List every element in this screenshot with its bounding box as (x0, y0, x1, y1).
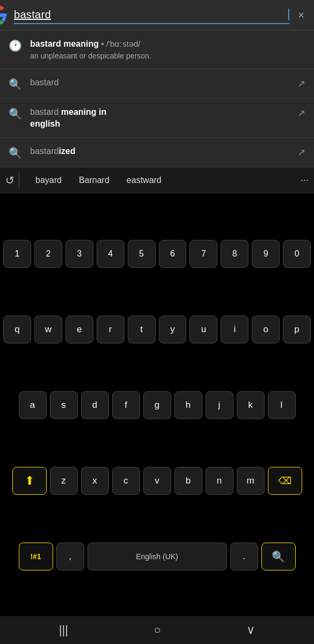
key-d[interactable]: d (81, 391, 109, 419)
key-s[interactable]: s (50, 391, 78, 419)
key-f[interactable]: f (112, 391, 140, 419)
key-p[interactable]: p (283, 316, 311, 343)
key-c[interactable]: c (112, 467, 140, 495)
key-a[interactable]: a (19, 391, 47, 419)
key-n[interactable]: n (206, 467, 233, 495)
key-u[interactable]: u (189, 316, 217, 343)
google-g-logo (0, 5, 8, 25)
search-bar: bastard × (0, 0, 314, 31)
key-o[interactable]: o (252, 316, 280, 343)
suggestion-content-bastardized: bastardized (30, 145, 289, 157)
key-2[interactable]: 2 (34, 240, 62, 268)
bottom-row: !#1 , English (UK) . 🔍 (3, 543, 311, 570)
key-r[interactable]: r (97, 316, 125, 343)
suggestion-bold-ized: ized (59, 147, 75, 156)
search-icon-3: 🔍 (9, 147, 21, 159)
home-nav-button[interactable]: ○ (143, 619, 171, 641)
key-4[interactable]: 4 (97, 240, 125, 268)
emoji-button[interactable]: ↺ (5, 174, 14, 187)
clear-button[interactable]: × (296, 7, 306, 24)
suggestion-content-bastard: bastard (30, 77, 289, 89)
suggestion-text-bastard2: bastard (30, 107, 59, 116)
number-row: 1 2 3 4 5 6 7 8 9 0 (3, 240, 311, 268)
suggestion-bold-meaning: meaning in (59, 107, 106, 116)
suggestion-title-bastard: bastard (30, 77, 289, 89)
suggestion-bold-english: english (30, 119, 60, 128)
arrow-icon-3: ↗ (297, 147, 305, 158)
bottom-navigation: ||| ○ ∨ (0, 616, 314, 644)
keyboard-keys: 1 2 3 4 5 6 7 8 9 0 q w e r t y u i o p … (0, 193, 314, 616)
search-icon-1: 🔍 (9, 78, 21, 91)
backspace-icon: ⌫ (278, 475, 291, 487)
suggestion-text-bastard: bastard (30, 78, 59, 87)
key-6[interactable]: 6 (159, 240, 187, 268)
key-m[interactable]: m (237, 467, 265, 495)
comma-key[interactable]: , (56, 543, 84, 570)
key-z[interactable]: z (50, 467, 78, 495)
clock-icon: 🕐 (9, 39, 21, 52)
key-k[interactable]: k (237, 391, 265, 419)
key-h[interactable]: h (174, 391, 202, 419)
backspace-key[interactable]: ⌫ (268, 467, 302, 495)
keyboard: ↺ bayard Barnard eastward ··· 1 2 3 4 5 … (0, 167, 314, 616)
key-y[interactable]: y (159, 316, 187, 343)
suggestion-subtitle-history: an unpleasant or despicable person. (30, 51, 305, 61)
arrow-icon-1: ↗ (297, 78, 305, 90)
key-x[interactable]: x (81, 467, 109, 495)
suggestion-content-meaning-english: bastard meaning in english (30, 106, 289, 130)
more-suggestions-button[interactable]: ··· (301, 174, 309, 186)
word-suggestion-3[interactable]: eastward (118, 173, 170, 187)
key-v[interactable]: v (143, 467, 171, 495)
suggestion-title-history: bastard meaning • /'bɑːstəd/ (30, 38, 305, 50)
special-chars-key[interactable]: !#1 (19, 543, 53, 570)
key-b[interactable]: b (174, 467, 202, 495)
suggestion-phonetic: • /'bɑːstəd/ (101, 39, 140, 48)
zxcv-row: ⬆ z x c v b n m ⌫ (3, 467, 311, 495)
suggestion-item-bastardized[interactable]: 🔍 bastardized ↗ (0, 138, 314, 167)
key-3[interactable]: 3 (65, 240, 93, 268)
arrow-icon-2: ↗ (297, 107, 305, 119)
suggestion-text-bastard3: bastard (30, 147, 59, 156)
suggestion-item-meaning-english[interactable]: 🔍 bastard meaning in english ↗ (0, 99, 314, 138)
key-9[interactable]: 9 (252, 240, 280, 268)
word-suggestion-1[interactable]: bayard (27, 173, 70, 187)
suggestion-title-bastardized: bastardized (30, 145, 289, 157)
key-g[interactable]: g (143, 391, 171, 419)
key-w[interactable]: w (34, 316, 62, 343)
recents-nav-button[interactable]: ∨ (236, 619, 266, 641)
key-5[interactable]: 5 (128, 240, 156, 268)
word-bar-divider (19, 173, 19, 188)
search-input-text: bastard (14, 6, 288, 23)
key-t[interactable]: t (128, 316, 156, 343)
key-1[interactable]: 1 (3, 240, 31, 268)
asdf-row: a s d f g h j k l (3, 391, 311, 419)
key-i[interactable]: i (221, 316, 249, 343)
suggestion-content-history: bastard meaning • /'bɑːstəd/ an unpleasa… (30, 38, 305, 61)
back-nav-button[interactable]: ||| (48, 619, 79, 641)
period-key[interactable]: . (230, 543, 258, 570)
key-8[interactable]: 8 (221, 240, 249, 268)
search-key[interactable]: 🔍 (261, 543, 296, 570)
shift-icon: ⬆ (25, 474, 34, 488)
key-q[interactable]: q (3, 316, 31, 343)
key-0[interactable]: 0 (283, 240, 311, 268)
key-7[interactable]: 7 (189, 240, 217, 268)
shift-key[interactable]: ⬆ (12, 467, 47, 495)
word-suggestions-bar: ↺ bayard Barnard eastward ··· (0, 167, 314, 193)
key-e[interactable]: e (65, 316, 93, 343)
suggestion-bold-history: bastard meaning (30, 39, 99, 48)
search-input-wrapper[interactable]: bastard (14, 6, 289, 24)
key-l[interactable]: l (268, 391, 296, 419)
key-j[interactable]: j (206, 391, 233, 419)
text-cursor (288, 9, 289, 20)
suggestion-item-bastard[interactable]: 🔍 bastard ↗ (0, 69, 314, 99)
word-suggestion-2[interactable]: Barnard (70, 173, 118, 187)
qwerty-row: q w e r t y u i o p (3, 316, 311, 343)
search-key-icon: 🔍 (272, 550, 285, 563)
suggestion-item-history[interactable]: 🕐 bastard meaning • /'bɑːstəd/ an unplea… (0, 31, 314, 69)
spacebar[interactable]: English (UK) (87, 543, 227, 570)
search-icon-2: 🔍 (9, 107, 21, 120)
suggestions-list: 🕐 bastard meaning • /'bɑːstəd/ an unplea… (0, 31, 314, 167)
suggestion-title-meaning-english: bastard meaning in english (30, 106, 289, 130)
